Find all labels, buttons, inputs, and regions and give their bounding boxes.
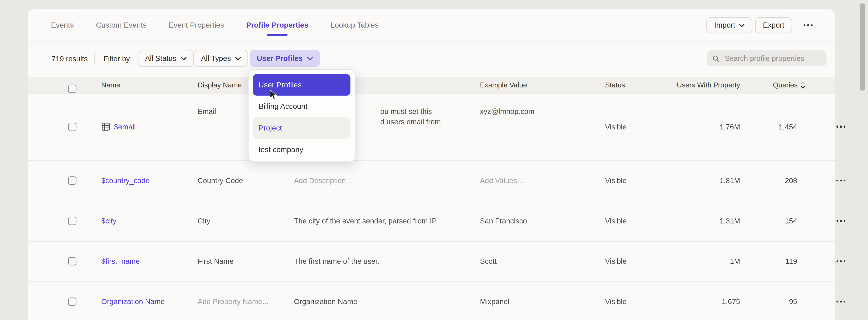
select-all-checkbox[interactable] [68, 85, 76, 93]
chevron-down-icon [181, 57, 186, 60]
toolbar: Import Export [707, 17, 815, 33]
table-header: Name Display Name Example Value Status U… [28, 77, 835, 93]
menu-item-project[interactable]: Project [253, 117, 350, 139]
type-filter-dropdown[interactable]: All Types [194, 50, 248, 67]
display-name-cell[interactable]: Add Property Name... [197, 281, 292, 320]
status-filter-label: All Status [145, 54, 176, 62]
export-button[interactable]: Export [755, 17, 792, 33]
property-name-link[interactable]: $country_code [101, 161, 150, 201]
row-more-options-icon[interactable] [828, 281, 847, 320]
row-checkbox-cell [68, 201, 76, 241]
menu-item-test-company[interactable]: test company [253, 139, 350, 161]
table-row: $city City The city of the event sender,… [28, 201, 835, 242]
profile-type-dropdown[interactable]: User Profiles [250, 50, 320, 67]
row-checkbox[interactable] [68, 257, 76, 265]
filter-by-label: Filter by [103, 41, 130, 76]
content-card: Events Custom Events Event Properties Pr… [28, 9, 835, 320]
row-more-options-icon[interactable] [828, 201, 847, 241]
row-more-options-icon[interactable] [828, 241, 847, 281]
type-filter-label: All Types [201, 54, 231, 62]
row-checkbox-cell [68, 93, 76, 161]
queries-cell: 1,454 [714, 93, 797, 161]
row-checkbox[interactable] [68, 122, 76, 131]
description-cell[interactable]: The city of the event sender, parsed fro… [294, 201, 478, 241]
profile-type-label: User Profiles [257, 54, 303, 62]
column-header-example-value[interactable]: Example Value [480, 77, 603, 93]
profile-type-menu: User Profiles Billing Account Project te… [248, 69, 355, 162]
chevron-down-icon [307, 57, 312, 60]
search-box [707, 50, 827, 66]
tab-custom-events[interactable]: Custom Events [96, 21, 147, 29]
more-options-icon[interactable] [802, 22, 815, 29]
queries-cell: 154 [714, 201, 797, 241]
tab-events[interactable]: Events [51, 21, 74, 29]
import-button-label: Import [714, 21, 735, 29]
search-input[interactable] [724, 54, 821, 63]
mouse-cursor-icon [270, 90, 277, 100]
table-row: $email Email ou must set this d users em… [28, 93, 835, 161]
divider [94, 52, 95, 65]
import-button[interactable]: Import [707, 17, 752, 33]
sort-descending-icon [801, 81, 805, 88]
queries-cell: 95 [714, 281, 797, 320]
row-more-options-icon[interactable] [828, 161, 847, 201]
tab-lookup-tables[interactable]: Lookup Tables [331, 21, 378, 29]
column-header-queries-label: Queries [773, 81, 798, 89]
row-checkbox-cell [68, 241, 76, 281]
example-value-cell[interactable]: Mixpanel [480, 281, 603, 320]
column-header-queries[interactable]: Queries [714, 77, 805, 93]
row-checkbox[interactable] [68, 176, 76, 185]
example-value-cell[interactable]: Add Values... [480, 161, 603, 201]
table-row: Organization Name Add Property Name... O… [28, 281, 835, 320]
property-name-link[interactable]: $city [101, 201, 116, 241]
description-line: d users email from [380, 117, 478, 127]
tab-event-properties[interactable]: Event Properties [169, 21, 224, 29]
example-value-cell[interactable]: Scott [480, 241, 603, 281]
results-count: 719 results [52, 41, 88, 76]
export-button-label: Export [763, 21, 784, 29]
row-checkbox[interactable] [68, 297, 76, 306]
table-row: $first_name First Name The first name of… [28, 241, 835, 282]
table-row: $country_code Country Code Add Descripti… [28, 161, 835, 201]
chevron-down-icon [236, 57, 241, 60]
description-cell[interactable]: Add Description... [294, 161, 478, 201]
description-cell[interactable]: Organization Name [294, 281, 478, 320]
chevron-down-icon [739, 24, 745, 27]
profile-properties-page: Events Custom Events Event Properties Pr… [0, 0, 868, 320]
display-name-cell[interactable]: Country Code [197, 161, 292, 201]
queries-cell: 208 [714, 161, 797, 201]
row-checkbox-cell [68, 161, 76, 201]
property-name-text: $email [114, 122, 136, 131]
search-icon [713, 55, 719, 62]
row-more-options-icon[interactable] [828, 93, 847, 161]
row-checkbox[interactable] [68, 217, 76, 225]
property-name-link[interactable]: $first_name [101, 241, 140, 281]
tab-profile-properties[interactable]: Profile Properties [246, 21, 308, 29]
status-filter-dropdown[interactable]: All Status [138, 50, 193, 67]
scrollbar-thumb[interactable] [860, 3, 865, 91]
column-header-name[interactable]: Name [101, 77, 120, 93]
menu-item-user-profiles[interactable]: User Profiles [253, 74, 350, 96]
property-name-link[interactable]: $email [101, 93, 136, 161]
example-value-cell[interactable]: San Francisco [480, 201, 603, 241]
description-cell[interactable]: The first name of the user. [294, 241, 478, 281]
property-name-link[interactable]: Organization Name [101, 281, 165, 320]
menu-item-billing-account[interactable]: Billing Account [253, 96, 350, 117]
display-name-cell[interactable]: First Name [197, 241, 292, 281]
table-grid-icon [101, 122, 110, 131]
description-line: ou must set this [380, 106, 478, 117]
queries-cell: 119 [714, 241, 797, 281]
row-checkbox-cell [68, 281, 76, 320]
display-name-cell[interactable]: City [197, 201, 292, 241]
